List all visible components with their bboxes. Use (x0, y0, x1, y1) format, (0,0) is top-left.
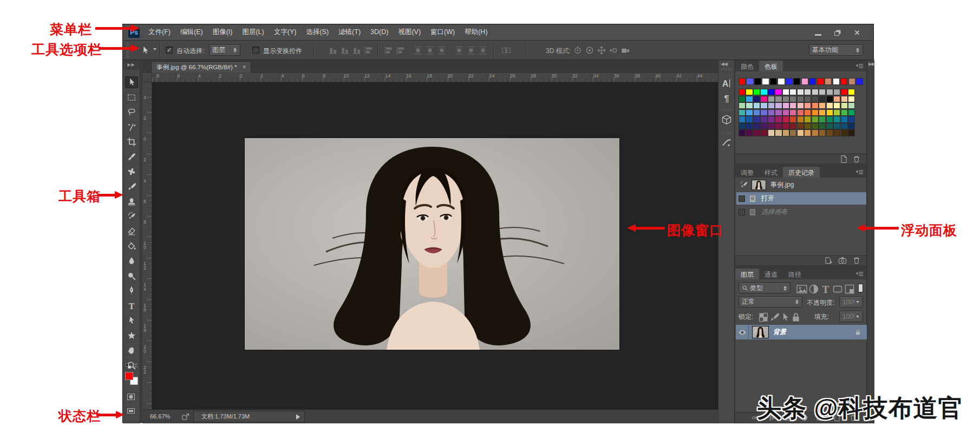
layers-tab-图层[interactable]: 图层 (735, 269, 759, 279)
foreground-color-swatch[interactable] (125, 372, 133, 380)
color-swatch[interactable] (826, 109, 833, 116)
color-swatch[interactable] (746, 109, 753, 116)
options-grip[interactable] (126, 43, 129, 58)
color-swatch[interactable] (841, 89, 848, 95)
color-swatch[interactable] (833, 129, 840, 136)
color-swatch[interactable] (797, 116, 804, 122)
layer-row-background[interactable]: 背景 (736, 325, 867, 339)
distribute-right-edges-icon[interactable] (478, 45, 488, 55)
crop-tool[interactable] (125, 136, 138, 148)
color-swatch[interactable] (826, 129, 833, 136)
status-doc-info[interactable]: 文档:1.73M/1.73M (193, 411, 305, 422)
swatches-tab-色板[interactable]: 色板 (759, 61, 783, 71)
color-swatch[interactable] (746, 89, 753, 95)
align-vertical-centers-icon[interactable] (340, 45, 350, 55)
color-swatch[interactable] (782, 129, 789, 136)
color-swatch[interactable] (782, 96, 789, 102)
panels-collapse-icon[interactable]: ▶▶ (868, 61, 875, 67)
distribute-horizontal-centers-icon[interactable] (466, 45, 476, 55)
color-swatch[interactable] (848, 123, 855, 129)
photo-image[interactable] (245, 138, 619, 350)
paint-bucket-tool[interactable] (125, 240, 138, 252)
auto-select-checkbox[interactable]: ✓ (166, 47, 173, 54)
color-swatch[interactable] (789, 129, 796, 136)
character-panel-icon[interactable]: A (721, 78, 732, 89)
smart-object-filter-icon[interactable] (844, 283, 855, 293)
history-state-checkbox[interactable] (739, 195, 745, 202)
color-swatch[interactable] (760, 102, 767, 109)
color-swatch[interactable] (739, 102, 746, 109)
menu-item-y[interactable]: 文字(Y) (269, 24, 302, 41)
color-swatch[interactable] (739, 89, 746, 95)
color-swatch[interactable] (782, 89, 789, 95)
delete-swatch-icon[interactable] (852, 155, 861, 164)
color-swatch[interactable] (812, 116, 819, 122)
color-swatch[interactable] (746, 123, 753, 129)
color-swatch[interactable] (819, 123, 826, 129)
color-swatch[interactable] (804, 129, 811, 136)
color-swatch[interactable] (804, 102, 811, 109)
color-swatch[interactable] (746, 96, 753, 102)
auto-select-dropdown[interactable]: 图层 (209, 44, 240, 56)
color-swatch[interactable] (833, 102, 840, 109)
color-swatch[interactable] (848, 102, 855, 109)
menu-item-v[interactable]: 视图(V) (393, 24, 426, 41)
eraser-tool[interactable] (125, 225, 138, 237)
history-tab-调整[interactable]: 调整 (735, 167, 759, 178)
color-swatch[interactable] (804, 123, 811, 129)
brush-tool[interactable] (125, 181, 138, 193)
history-brush-tool[interactable] (125, 211, 138, 223)
pixel-layer-filter-icon[interactable] (796, 283, 808, 293)
recent-swatch[interactable] (817, 78, 824, 85)
color-swatch[interactable] (848, 109, 855, 116)
close-button[interactable]: ✕ (847, 27, 867, 38)
color-swatch[interactable] (819, 102, 826, 109)
layers-tab-通道[interactable]: 通道 (759, 269, 783, 279)
color-swatch[interactable] (739, 116, 746, 122)
color-swatch[interactable] (753, 96, 760, 102)
color-swatch[interactable] (789, 96, 796, 102)
color-swatch[interactable] (804, 89, 811, 95)
recent-swatch[interactable] (778, 78, 785, 85)
healing-brush-tool[interactable] (125, 166, 138, 178)
history-state-checkbox[interactable] (739, 209, 745, 215)
color-swatch[interactable] (841, 109, 848, 116)
history-item-2[interactable]: 打开 (736, 192, 866, 205)
paragraph-panel-icon[interactable]: ¶ (721, 93, 732, 104)
color-swatch[interactable] (760, 89, 767, 95)
tab-close-icon[interactable]: × (242, 63, 246, 71)
vertical-ruler[interactable]: 420246810121416182022 (142, 82, 152, 409)
color-swatch[interactable] (753, 123, 760, 129)
recent-swatch[interactable] (770, 78, 777, 85)
color-swatch[interactable] (841, 96, 848, 102)
eyedropper-tool[interactable] (125, 151, 138, 163)
color-swatch[interactable] (812, 102, 819, 109)
distribute-left-edges-icon[interactable] (454, 45, 464, 55)
dodge-tool[interactable] (125, 270, 138, 282)
document-tab[interactable]: 事例.jpg @ 66.7%(RGB/8#) * × (151, 61, 251, 73)
lock-image-pixels-icon[interactable] (769, 312, 780, 321)
lasso-tool[interactable] (125, 106, 138, 118)
color-swatch[interactable] (804, 96, 811, 102)
history-item-3[interactable]: 选择画布 (736, 206, 866, 218)
color-swatch[interactable] (833, 123, 840, 129)
recent-swatch[interactable] (739, 78, 746, 85)
color-swatch[interactable] (804, 109, 811, 116)
toolbox-collapse-icon[interactable]: ▶▶ (123, 60, 140, 70)
3d-slide-icon[interactable] (609, 45, 618, 55)
show-transform-checkbox[interactable] (252, 47, 259, 54)
pen-tool[interactable] (125, 285, 138, 297)
menu-item-e[interactable]: 编辑(E) (175, 24, 208, 41)
color-swatch[interactable] (841, 102, 848, 109)
color-swatch[interactable] (848, 96, 855, 102)
color-swatch[interactable] (797, 102, 804, 109)
color-swatch[interactable] (812, 89, 819, 95)
distribute-bottom-edges-icon[interactable] (437, 45, 447, 55)
status-zoom-value[interactable]: 66.67% (150, 413, 170, 420)
marquee-tool[interactable] (125, 91, 138, 103)
color-swatch[interactable] (760, 116, 767, 122)
history-tab-历史记录[interactable]: 历史记录 (783, 167, 820, 178)
recent-swatch[interactable] (833, 78, 840, 85)
color-swatch[interactable] (753, 109, 760, 116)
distribute-vertical-centers-icon[interactable] (425, 45, 435, 55)
